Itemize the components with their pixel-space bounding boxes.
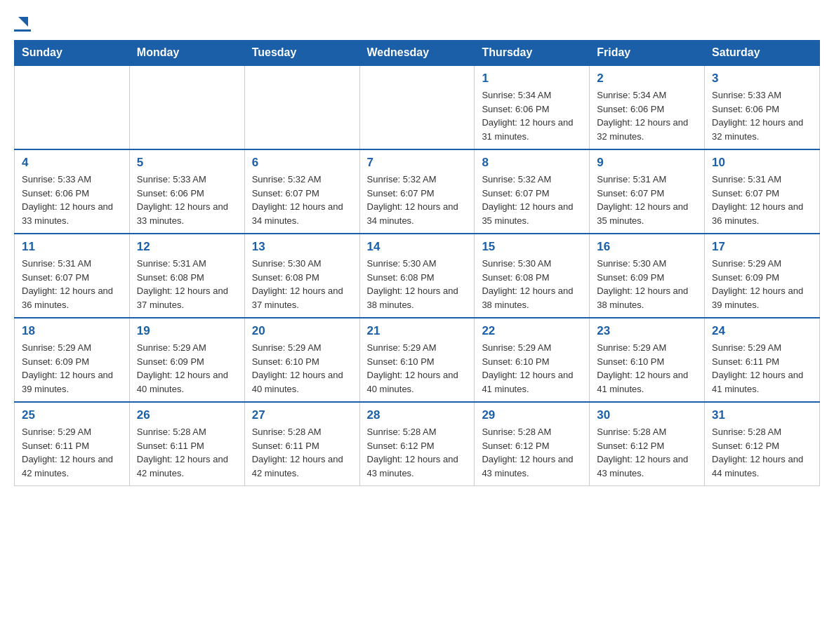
calendar-cell: 21Sunrise: 5:29 AM Sunset: 6:10 PM Dayli… <box>359 318 475 402</box>
day-info: Sunrise: 5:29 AM Sunset: 6:09 PM Dayligh… <box>712 257 812 311</box>
col-monday: Monday <box>129 41 244 66</box>
calendar-cell: 13Sunrise: 5:30 AM Sunset: 6:08 PM Dayli… <box>244 234 359 318</box>
day-info: Sunrise: 5:33 AM Sunset: 6:06 PM Dayligh… <box>22 173 122 227</box>
calendar-cell: 6Sunrise: 5:32 AM Sunset: 6:07 PM Daylig… <box>244 149 359 234</box>
logo-triangle-icon <box>15 14 31 29</box>
day-number: 2 <box>597 72 697 86</box>
calendar-cell <box>359 65 475 149</box>
day-info: Sunrise: 5:32 AM Sunset: 6:07 PM Dayligh… <box>367 173 468 227</box>
day-number: 1 <box>482 72 582 86</box>
calendar-cell: 18Sunrise: 5:29 AM Sunset: 6:09 PM Dayli… <box>15 318 130 402</box>
day-info: Sunrise: 5:31 AM Sunset: 6:07 PM Dayligh… <box>22 257 122 311</box>
day-number: 11 <box>22 240 122 254</box>
day-number: 29 <box>482 408 582 422</box>
day-info: Sunrise: 5:29 AM Sunset: 6:10 PM Dayligh… <box>367 341 468 396</box>
calendar-cell: 2Sunrise: 5:34 AM Sunset: 6:06 PM Daylig… <box>590 65 705 149</box>
calendar-table: Sunday Monday Tuesday Wednesday Thursday… <box>14 40 820 486</box>
calendar-cell: 22Sunrise: 5:29 AM Sunset: 6:10 PM Dayli… <box>475 318 590 402</box>
calendar-cell <box>15 65 130 149</box>
col-thursday: Thursday <box>475 41 590 66</box>
col-friday: Friday <box>590 41 705 66</box>
day-number: 22 <box>482 324 582 338</box>
day-info: Sunrise: 5:28 AM Sunset: 6:11 PM Dayligh… <box>252 425 352 480</box>
calendar-cell: 7Sunrise: 5:32 AM Sunset: 6:07 PM Daylig… <box>359 149 475 234</box>
calendar-cell: 23Sunrise: 5:29 AM Sunset: 6:10 PM Dayli… <box>590 318 705 402</box>
day-info: Sunrise: 5:31 AM Sunset: 6:07 PM Dayligh… <box>597 173 697 227</box>
week-row-3: 11Sunrise: 5:31 AM Sunset: 6:07 PM Dayli… <box>15 234 820 318</box>
day-info: Sunrise: 5:28 AM Sunset: 6:12 PM Dayligh… <box>712 425 812 480</box>
col-wednesday: Wednesday <box>359 41 475 66</box>
calendar-cell: 19Sunrise: 5:29 AM Sunset: 6:09 PM Dayli… <box>129 318 244 402</box>
calendar-cell: 30Sunrise: 5:28 AM Sunset: 6:12 PM Dayli… <box>590 402 705 486</box>
day-info: Sunrise: 5:33 AM Sunset: 6:06 PM Dayligh… <box>137 173 237 227</box>
day-info: Sunrise: 5:28 AM Sunset: 6:12 PM Dayligh… <box>482 425 582 480</box>
calendar-cell: 11Sunrise: 5:31 AM Sunset: 6:07 PM Dayli… <box>15 234 130 318</box>
day-number: 23 <box>597 324 697 338</box>
svg-marker-0 <box>18 17 28 27</box>
day-number: 31 <box>712 408 812 422</box>
week-row-4: 18Sunrise: 5:29 AM Sunset: 6:09 PM Dayli… <box>15 318 820 402</box>
calendar-cell: 29Sunrise: 5:28 AM Sunset: 6:12 PM Dayli… <box>475 402 590 486</box>
day-number: 18 <box>22 324 122 338</box>
day-info: Sunrise: 5:28 AM Sunset: 6:12 PM Dayligh… <box>367 425 468 480</box>
calendar-cell: 25Sunrise: 5:29 AM Sunset: 6:11 PM Dayli… <box>15 402 130 486</box>
day-info: Sunrise: 5:29 AM Sunset: 6:09 PM Dayligh… <box>137 341 237 396</box>
calendar-cell: 8Sunrise: 5:32 AM Sunset: 6:07 PM Daylig… <box>475 149 590 234</box>
day-number: 10 <box>712 156 812 170</box>
calendar-cell: 12Sunrise: 5:31 AM Sunset: 6:08 PM Dayli… <box>129 234 244 318</box>
week-row-2: 4Sunrise: 5:33 AM Sunset: 6:06 PM Daylig… <box>15 149 820 234</box>
calendar-cell: 1Sunrise: 5:34 AM Sunset: 6:06 PM Daylig… <box>475 65 590 149</box>
calendar-cell: 20Sunrise: 5:29 AM Sunset: 6:10 PM Dayli… <box>244 318 359 402</box>
day-info: Sunrise: 5:31 AM Sunset: 6:07 PM Dayligh… <box>712 173 812 227</box>
week-row-1: 1Sunrise: 5:34 AM Sunset: 6:06 PM Daylig… <box>15 65 820 149</box>
day-number: 20 <box>252 324 352 338</box>
calendar-cell: 28Sunrise: 5:28 AM Sunset: 6:12 PM Dayli… <box>359 402 475 486</box>
calendar-cell: 4Sunrise: 5:33 AM Sunset: 6:06 PM Daylig… <box>15 149 130 234</box>
day-info: Sunrise: 5:29 AM Sunset: 6:10 PM Dayligh… <box>252 341 352 396</box>
day-number: 24 <box>712 324 812 338</box>
calendar-cell: 31Sunrise: 5:28 AM Sunset: 6:12 PM Dayli… <box>705 402 820 486</box>
day-number: 12 <box>137 240 237 254</box>
calendar-cell: 27Sunrise: 5:28 AM Sunset: 6:11 PM Dayli… <box>244 402 359 486</box>
day-info: Sunrise: 5:31 AM Sunset: 6:08 PM Dayligh… <box>137 257 237 311</box>
day-number: 30 <box>597 408 697 422</box>
day-info: Sunrise: 5:28 AM Sunset: 6:12 PM Dayligh… <box>597 425 697 480</box>
day-number: 19 <box>137 324 237 338</box>
day-number: 16 <box>597 240 697 254</box>
day-info: Sunrise: 5:34 AM Sunset: 6:06 PM Dayligh… <box>482 88 582 143</box>
calendar-cell: 17Sunrise: 5:29 AM Sunset: 6:09 PM Dayli… <box>705 234 820 318</box>
day-info: Sunrise: 5:29 AM Sunset: 6:11 PM Dayligh… <box>22 425 122 480</box>
day-number: 4 <box>22 156 122 170</box>
page-header <box>14 14 820 33</box>
day-number: 15 <box>482 240 582 254</box>
day-info: Sunrise: 5:28 AM Sunset: 6:11 PM Dayligh… <box>137 425 237 480</box>
day-number: 8 <box>482 156 582 170</box>
day-info: Sunrise: 5:30 AM Sunset: 6:08 PM Dayligh… <box>367 257 468 311</box>
calendar-cell: 24Sunrise: 5:29 AM Sunset: 6:11 PM Dayli… <box>705 318 820 402</box>
calendar-cell: 9Sunrise: 5:31 AM Sunset: 6:07 PM Daylig… <box>590 149 705 234</box>
day-number: 26 <box>137 408 237 422</box>
day-info: Sunrise: 5:30 AM Sunset: 6:08 PM Dayligh… <box>252 257 352 311</box>
calendar-cell: 3Sunrise: 5:33 AM Sunset: 6:06 PM Daylig… <box>705 65 820 149</box>
day-number: 25 <box>22 408 122 422</box>
col-saturday: Saturday <box>705 41 820 66</box>
day-number: 17 <box>712 240 812 254</box>
day-info: Sunrise: 5:29 AM Sunset: 6:09 PM Dayligh… <box>22 341 122 396</box>
calendar-cell: 15Sunrise: 5:30 AM Sunset: 6:08 PM Dayli… <box>475 234 590 318</box>
calendar-header-row: Sunday Monday Tuesday Wednesday Thursday… <box>15 41 820 66</box>
calendar-cell: 26Sunrise: 5:28 AM Sunset: 6:11 PM Dayli… <box>129 402 244 486</box>
day-info: Sunrise: 5:30 AM Sunset: 6:08 PM Dayligh… <box>482 257 582 311</box>
day-number: 9 <box>597 156 697 170</box>
week-row-5: 25Sunrise: 5:29 AM Sunset: 6:11 PM Dayli… <box>15 402 820 486</box>
day-number: 28 <box>367 408 468 422</box>
day-info: Sunrise: 5:32 AM Sunset: 6:07 PM Dayligh… <box>482 173 582 227</box>
day-number: 7 <box>367 156 468 170</box>
calendar-cell: 10Sunrise: 5:31 AM Sunset: 6:07 PM Dayli… <box>705 149 820 234</box>
day-info: Sunrise: 5:29 AM Sunset: 6:10 PM Dayligh… <box>597 341 697 396</box>
col-tuesday: Tuesday <box>244 41 359 66</box>
day-number: 27 <box>252 408 352 422</box>
calendar-cell: 16Sunrise: 5:30 AM Sunset: 6:09 PM Dayli… <box>590 234 705 318</box>
calendar-cell <box>244 65 359 149</box>
day-number: 3 <box>712 72 812 86</box>
day-info: Sunrise: 5:33 AM Sunset: 6:06 PM Dayligh… <box>712 88 812 143</box>
